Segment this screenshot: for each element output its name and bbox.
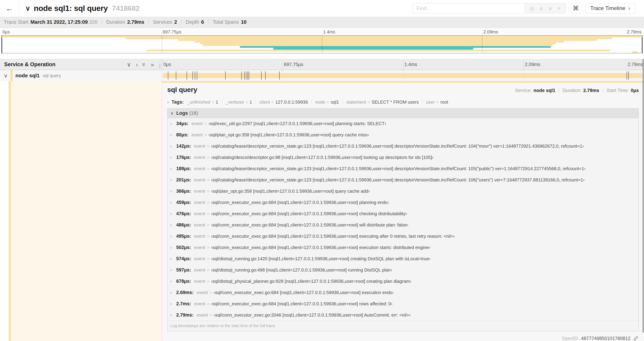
minimap-ruler: 0μs697.75μs1.4ms2.09ms2.79ms <box>2 28 642 35</box>
log-marker-tick[interactable] <box>241 71 242 80</box>
trace-summary-bar: Trace StartMarch 31 2022, 17:25:09.326Du… <box>0 17 644 28</box>
gridline <box>282 59 283 70</box>
log-timestamp: 142μs: <box>176 143 191 149</box>
logs-accordion-header[interactable]: ∨ Logs (18) <box>168 109 638 118</box>
log-row[interactable]: ›189μs:event=‹sql/catalog/lease/descript… <box>168 163 638 174</box>
minimap-span-bar <box>125 38 612 39</box>
tag-item[interactable]: _unfinished=1 <box>187 100 218 105</box>
log-row[interactable]: ›80μs:event=‹sql/plan_opt.go:358 [nsql1,… <box>168 129 638 141</box>
log-marker-tick[interactable] <box>628 71 629 80</box>
column-resizer-grip[interactable]: ∥ <box>159 63 161 69</box>
log-marker-tick[interactable] <box>192 71 193 80</box>
meta-value: node sql1 <box>534 88 555 93</box>
gridline <box>482 36 482 53</box>
log-field-value: ‹sql/plan_opt.go:358 [nsql1,client=127.0… <box>211 189 370 194</box>
log-row[interactable]: ›201μs:event=‹sql/catalog/lease/descript… <box>168 174 638 186</box>
log-row[interactable]: ›176μs:event=‹sql/catalog/descs/descript… <box>168 152 638 163</box>
log-marker-tick[interactable] <box>168 71 168 80</box>
log-row[interactable]: ›142μs:event=‹sql/catalog/lease/descript… <box>168 141 638 152</box>
vertical-scrollbar[interactable] <box>642 59 644 339</box>
minimap-canvas[interactable] <box>2 35 642 53</box>
log-row[interactable]: ›502μs:event=‹sql/conn_executor_exec.go:… <box>168 242 638 253</box>
service-operation-header: Service & Operation ∨›»» ∥ <box>0 59 162 70</box>
chevron-down-icon: ∨ <box>628 6 631 11</box>
minimap-span-bar <box>203 44 552 46</box>
equals-sign: = <box>210 313 212 318</box>
equals-sign: = <box>207 256 209 261</box>
log-marker-tick[interactable] <box>176 71 176 80</box>
log-marker-tick[interactable] <box>246 71 246 80</box>
keyboard-shortcuts-button[interactable]: ⌘ <box>570 3 582 14</box>
tag-item[interactable]: node=sql1 <box>315 100 339 105</box>
collapse-one-icon[interactable]: ∨ <box>127 62 131 67</box>
log-field-value: ‹sql/conn_executor_exec.go:2046 [nsql1,c… <box>214 312 410 318</box>
find-input[interactable] <box>413 4 524 13</box>
trace-view-dropdown[interactable]: Trace Timeline ∨ <box>586 3 636 14</box>
gridline <box>322 36 322 53</box>
span-duration-bar[interactable] <box>163 73 642 78</box>
log-row[interactable]: ›34μs:event=‹sql/exec_util.go:2297 [nsql… <box>168 118 638 129</box>
back-button[interactable]: ← <box>0 0 20 17</box>
log-marker-tick[interactable] <box>195 71 195 80</box>
ruler-tick-label: 1.4ms <box>404 62 417 67</box>
back-arrow-icon: ← <box>6 4 14 13</box>
log-timestamp: 597μs: <box>176 267 191 273</box>
log-marker-tick[interactable] <box>261 71 262 80</box>
chevron-up-icon[interactable]: ∧ <box>540 5 543 12</box>
equals-sign: = <box>272 100 274 105</box>
log-marker-tick[interactable] <box>225 71 226 80</box>
log-row[interactable]: ›486μs:event=‹sql/conn_executor_exec.go:… <box>168 219 638 231</box>
chevron-right-icon: › <box>170 155 176 160</box>
collapse-all-icon[interactable]: » <box>142 63 147 66</box>
log-timestamp: 476μs: <box>176 211 191 216</box>
trace-view-page: ← ∨ node sql1: sql query 7418682 ◎∧∨× ⌘ … <box>0 0 644 341</box>
expand-one-icon[interactable]: › <box>136 62 138 67</box>
log-row[interactable]: ›2.69ms:event=‹sql/conn_executor_exec.go… <box>168 287 638 298</box>
log-row[interactable]: ›459μs:event=‹sql/conn_executor_exec.go:… <box>168 197 638 208</box>
log-marker-tick[interactable] <box>197 71 197 80</box>
tag-value: 1 <box>216 100 218 105</box>
log-rows: ›34μs:event=‹sql/exec_util.go:2297 [nsql… <box>168 118 638 321</box>
deep-link-icon[interactable] <box>633 335 639 341</box>
trace-collapse-chevron-icon[interactable]: ∨ <box>25 4 30 12</box>
service-operation-title: Service & Operation <box>4 61 56 68</box>
equals-sign: = <box>207 189 209 194</box>
minimap-left-scrubber[interactable] <box>2 35 2 53</box>
log-row[interactable]: ›476μs:event=‹sql/conn_executor_exec.go:… <box>168 208 638 219</box>
log-row[interactable]: ›597μs:event=‹sql/distsql_running.go:498… <box>168 264 638 276</box>
timeline-header-row: Service & Operation ∨›»» ∥ 0μs697.75μs1.… <box>0 59 644 70</box>
chevron-right-icon: › <box>170 211 176 216</box>
log-timestamp: 459μs: <box>176 200 191 205</box>
log-marker-tick[interactable] <box>186 71 187 80</box>
chevron-right-icon: › <box>170 121 176 126</box>
span-bar-cell[interactable] <box>162 70 644 81</box>
log-row[interactable]: ›495μs:event=‹sql/conn_executor_exec.go:… <box>168 231 638 242</box>
span-service-name: node sql1 <box>16 73 40 79</box>
log-marker-tick[interactable] <box>279 71 280 80</box>
log-marker-tick[interactable] <box>249 71 249 80</box>
tag-item[interactable]: client=127.0.0.1:59936 <box>259 100 308 105</box>
span-collapse-chevron-icon[interactable]: ∨ <box>4 73 8 79</box>
log-marker-tick[interactable] <box>244 71 244 80</box>
log-row[interactable]: ›2.79ms:event=‹sql/conn_executor_exec.go… <box>168 309 638 321</box>
minimap-right-scrubber[interactable] <box>642 35 642 53</box>
tags-accordion[interactable]: › Tags: _unfinished=1_verbose=1client=12… <box>167 100 639 105</box>
span-row[interactable]: ∨ node sql1 sql query <box>0 70 644 81</box>
tag-list: _unfinished=1_verbose=1client=127.0.0.1:… <box>187 100 448 105</box>
log-row[interactable]: ›574μs:event=‹sql/distsql_running.go:142… <box>168 253 638 264</box>
log-marker-tick[interactable] <box>265 71 266 80</box>
scrollbar-thumb[interactable] <box>642 59 644 333</box>
tag-item[interactable]: _verbose=1 <box>226 100 252 105</box>
tag-item[interactable]: statement=SELECT * FROM users <box>346 100 419 105</box>
log-row[interactable]: ›2.7ms:event=‹sql/conn_executor_exec.go:… <box>168 298 638 309</box>
divider <box>602 88 603 93</box>
clear-icon[interactable]: × <box>558 5 560 11</box>
expand-all-icon[interactable]: » <box>151 62 154 67</box>
log-marker-tick[interactable] <box>627 71 627 80</box>
log-row[interactable]: ›678μs:event=‹sql/distsql_physical_plann… <box>168 276 638 287</box>
chevron-down-icon[interactable]: ∨ <box>548 5 552 12</box>
log-marker-tick[interactable] <box>248 71 248 80</box>
log-row[interactable]: ›366μs:event=‹sql/plan_opt.go:358 [nsql1… <box>168 186 638 197</box>
tag-item[interactable]: user=root <box>426 100 448 105</box>
locate-icon[interactable]: ◎ <box>530 5 534 12</box>
